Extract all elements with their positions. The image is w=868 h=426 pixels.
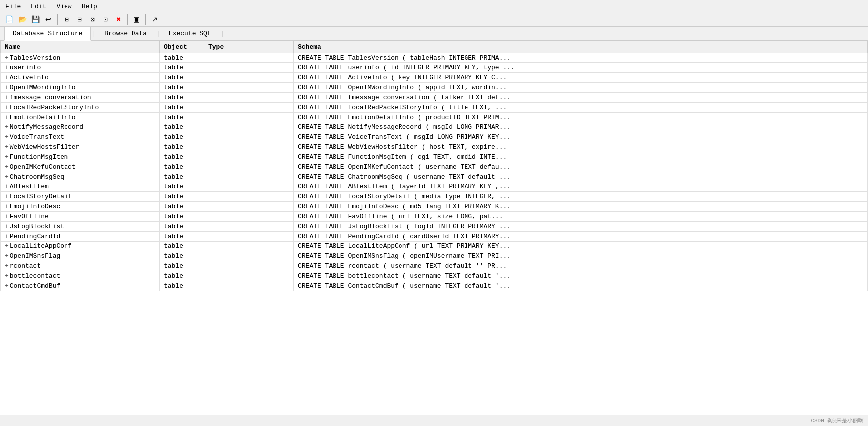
table-row[interactable]: +LocalLiteAppConftableCREATE TABLE Local… — [1, 242, 868, 251]
col-header-schema[interactable]: Schema — [294, 41, 868, 53]
cell-object: table — [160, 232, 204, 242]
cell-object: table — [160, 172, 204, 182]
cell-object: table — [160, 142, 204, 152]
cell-type — [204, 83, 294, 93]
table-row[interactable]: +ActiveInfotableCREATE TABLE ActiveInfo … — [1, 73, 868, 83]
expand-icon[interactable]: + — [5, 233, 9, 240]
structure-table: Name Object Type Schema +TablesVersionta… — [0, 41, 868, 291]
expand-icon[interactable]: + — [5, 84, 9, 91]
save-button[interactable]: 💾 — [29, 14, 41, 25]
expand-icon[interactable]: + — [5, 64, 9, 71]
cell-schema: CREATE TABLE rcontact ( username TEXT de… — [294, 261, 868, 271]
col-header-name[interactable]: Name — [1, 41, 160, 53]
table-row[interactable]: +OpenIMSnsFlagtableCREATE TABLE OpenIMSn… — [1, 251, 868, 261]
menubar-item-view[interactable]: View — [55, 2, 72, 11]
table-btn-3[interactable]: ⊠ — [86, 14, 98, 25]
expand-icon[interactable]: + — [5, 133, 9, 141]
expand-icon[interactable]: + — [5, 252, 9, 260]
table-row[interactable]: +ContactCmdBuftableCREATE TABLE ContactC… — [1, 281, 868, 291]
cell-name: +NotifyMessageRecord — [1, 122, 160, 132]
expand-icon[interactable]: + — [5, 173, 9, 181]
expand-icon[interactable]: + — [5, 94, 9, 101]
table-row[interactable]: +FavOfflinetableCREATE TABLE FavOffline … — [1, 212, 868, 222]
col-header-type[interactable]: Type — [204, 41, 294, 53]
expand-icon[interactable]: + — [5, 243, 9, 250]
expand-icon[interactable]: + — [5, 223, 9, 230]
table-row[interactable]: +OpenIMKefuContacttableCREATE TABLE Open… — [1, 162, 868, 172]
cell-schema: CREATE TABLE TablesVersion ( tableHash I… — [294, 53, 868, 63]
toolbar-sep-1 — [57, 14, 58, 25]
expand-icon[interactable]: + — [5, 272, 9, 280]
cell-object: table — [160, 113, 204, 122]
table-row[interactable]: +TablesVersiontableCREATE TABLE TablesVe… — [1, 53, 868, 63]
table-row[interactable]: +bottlecontacttableCREATE TABLE bottleco… — [1, 271, 868, 281]
table-row[interactable]: +fmessage_conversationtableCREATE TABLE … — [1, 93, 868, 103]
cell-name: +EmotionDetailInfo — [1, 113, 160, 122]
table-btn-5[interactable]: ✖ — [112, 14, 124, 25]
table-row[interactable]: +LocalStoryDetailtableCREATE TABLE Local… — [1, 192, 868, 202]
table-row[interactable]: +WebViewHostsFiltertableCREATE TABLE Web… — [1, 142, 868, 152]
table-btn-4[interactable]: ⊡ — [99, 14, 111, 25]
tab-execute-sql[interactable]: Execute SQL — [160, 27, 220, 40]
expand-icon[interactable]: + — [5, 213, 9, 220]
expand-icon[interactable]: + — [5, 123, 9, 131]
expand-icon[interactable]: + — [5, 74, 9, 81]
table-row[interactable]: +EmojiInfoDesctableCREATE TABLE EmojiInf… — [1, 202, 868, 212]
expand-icon[interactable]: + — [5, 262, 9, 270]
expand-icon[interactable]: + — [5, 104, 9, 111]
cell-schema: CREATE TABLE FunctionMsgItem ( cgi TEXT,… — [294, 152, 868, 162]
tab-database-structure[interactable]: Database Structure — [4, 27, 91, 41]
cell-schema: CREATE TABLE ActiveInfo ( key INTEGER PR… — [294, 73, 868, 83]
arrow-button[interactable]: ↗ — [149, 14, 161, 25]
cell-object: table — [160, 192, 204, 202]
undo-button[interactable]: ↩ — [42, 14, 54, 25]
expand-icon[interactable]: + — [5, 114, 9, 121]
cell-type — [204, 172, 294, 182]
cell-type — [204, 103, 294, 113]
table-row[interactable]: +NotifyMessageRecordtableCREATE TABLE No… — [1, 122, 868, 132]
menubar-item-help[interactable]: Help — [81, 2, 98, 11]
cell-type — [204, 93, 294, 103]
menubar-item-file[interactable]: File — [4, 2, 22, 11]
table-row[interactable]: +OpenIMWordingInfotableCREATE TABLE Open… — [1, 83, 868, 93]
open-button[interactable]: 📂 — [16, 14, 28, 25]
expand-icon[interactable]: + — [5, 153, 9, 161]
table-row[interactable]: +rcontacttableCREATE TABLE rcontact ( us… — [1, 261, 868, 271]
cell-type — [204, 132, 294, 142]
menubar-item-edit[interactable]: Edit — [30, 2, 47, 11]
new-file-button[interactable]: 📄 — [3, 14, 15, 25]
expand-icon[interactable]: + — [5, 193, 9, 200]
grid-button[interactable]: ▣ — [131, 14, 142, 25]
expand-icon[interactable]: + — [5, 54, 9, 61]
cell-schema: CREATE TABLE VoiceTransText ( msgId LONG… — [294, 132, 868, 142]
main-window: FileEditViewHelp 📄 📂 💾 ↩ ⊞ ⊟ ⊠ ⊡ ✖ ▣ ↗ D… — [0, 0, 868, 426]
expand-icon[interactable]: + — [5, 282, 9, 290]
cell-type — [204, 113, 294, 122]
cell-name: +bottlecontact — [1, 271, 160, 281]
table-wrapper[interactable]: Name Object Type Schema +TablesVersionta… — [0, 41, 868, 415]
expand-icon[interactable]: + — [5, 183, 9, 190]
expand-icon[interactable]: + — [5, 143, 9, 151]
table-row[interactable]: +VoiceTransTexttableCREATE TABLE VoiceTr… — [1, 132, 868, 142]
tab-browse-data[interactable]: Browse Data — [96, 27, 155, 40]
expand-icon[interactable]: + — [5, 163, 9, 171]
table-row[interactable]: +ChatroomMsgSeqtableCREATE TABLE Chatroo… — [1, 172, 868, 182]
cell-type — [204, 63, 294, 73]
cell-object: table — [160, 281, 204, 291]
tab-sep-2: | — [156, 27, 160, 40]
table-btn-2[interactable]: ⊟ — [73, 14, 85, 25]
table-row[interactable]: +userinfotableCREATE TABLE userinfo ( id… — [1, 63, 868, 73]
cell-name: +ContactCmdBuf — [1, 281, 160, 291]
table-btn-1[interactable]: ⊞ — [61, 14, 72, 25]
table-row[interactable]: +LocalRedPacketStoryInfotableCREATE TABL… — [1, 103, 868, 113]
table-row[interactable]: +EmotionDetailInfotableCREATE TABLE Emot… — [1, 113, 868, 122]
table-row[interactable]: +FunctionMsgItemtableCREATE TABLE Functi… — [1, 152, 868, 162]
cell-name: +ABTestItem — [1, 182, 160, 192]
cell-name: +OpenIMKefuContact — [1, 162, 160, 172]
table-row[interactable]: +ABTestItemtableCREATE TABLE ABTestItem … — [1, 182, 868, 192]
table-row[interactable]: +PendingCardIdtableCREATE TABLE PendingC… — [1, 232, 868, 242]
col-header-object[interactable]: Object — [160, 41, 204, 53]
table-row[interactable]: +JsLogBlockListtableCREATE TABLE JsLogBl… — [1, 222, 868, 232]
cell-object: table — [160, 182, 204, 192]
expand-icon[interactable]: + — [5, 203, 9, 210]
